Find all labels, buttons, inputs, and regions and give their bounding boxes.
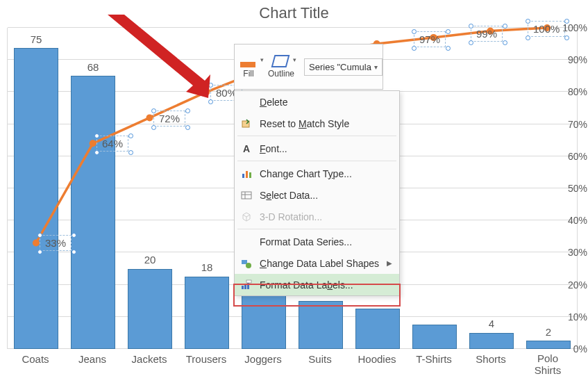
menu-select-data[interactable]: Select Data...	[235, 184, 399, 206]
context-menu: Delete Reset to Match Style A Font... Ch…	[234, 90, 400, 296]
cat-multiline: PoloShirts	[519, 353, 576, 376]
x-axis-categories: Coats Jeans Jackets Trousers Joggers Sui…	[7, 353, 578, 374]
menu-format-data-labels[interactable]: Format Data Labels...	[235, 274, 399, 295]
svg-point-19	[246, 263, 251, 268]
y-axis-secondary: 0% 10% 20% 30% 40% 50% 60% 70% 80% 90% 1…	[555, 28, 587, 349]
data-label[interactable]: 33%	[40, 235, 72, 251]
annotation-arrow	[101, 12, 219, 102]
data-label[interactable]: 64%	[96, 136, 128, 152]
svg-rect-13	[246, 171, 248, 178]
fill-dropdown[interactable]: Fill	[235, 52, 262, 81]
outline-dropdown[interactable]: Outline	[262, 52, 300, 81]
menu-change-data-label-shapes[interactable]: Change Data Label Shapes ▶	[235, 252, 399, 274]
svg-rect-23	[246, 280, 251, 283]
menu-3d-rotation: 3-D Rotation...	[235, 206, 399, 227]
svg-rect-14	[249, 172, 251, 178]
svg-rect-18	[242, 260, 247, 264]
menu-font[interactable]: A Font...	[235, 138, 399, 159]
submenu-arrow-icon: ▶	[387, 259, 392, 267]
svg-point-3	[146, 114, 153, 121]
select-data-icon	[240, 189, 253, 202]
data-label[interactable]: 72%	[153, 111, 185, 127]
menu-change-chart-type[interactable]: Change Chart Type...	[235, 163, 399, 184]
data-label[interactable]: 99%	[471, 26, 503, 42]
svg-point-2	[90, 140, 96, 147]
data-label[interactable]: 97%	[414, 31, 446, 47]
reset-icon	[240, 117, 253, 130]
svg-rect-20	[242, 286, 244, 289]
series-selector-dropdown[interactable]: Series "Cumula ▾	[304, 58, 383, 76]
cube-icon	[240, 211, 253, 223]
svg-rect-21	[244, 284, 246, 289]
shapes-icon	[240, 257, 253, 270]
series-selector-label: Series "Cumula	[309, 62, 371, 72]
chevron-down-icon: ▾	[374, 63, 378, 71]
fill-label: Fill	[243, 69, 253, 79]
chart-title: Chart Title	[0, 0, 588, 22]
outline-label: Outline	[268, 69, 294, 79]
svg-point-1	[33, 240, 40, 247]
svg-marker-0	[108, 15, 210, 98]
menu-format-data-series[interactable]: Format Data Series...	[235, 231, 399, 252]
svg-rect-12	[242, 174, 244, 178]
chart-type-icon	[240, 168, 253, 180]
outline-icon	[273, 55, 289, 69]
mini-toolbar: Fill Outline Series "Cumula ▾	[234, 44, 383, 90]
font-icon: A	[240, 142, 253, 155]
svg-rect-15	[242, 192, 251, 199]
menu-delete[interactable]: Delete	[235, 91, 399, 113]
fill-icon	[240, 55, 257, 69]
menu-reset-style[interactable]: Reset to Match Style	[235, 113, 399, 134]
format-labels-icon	[240, 279, 253, 291]
